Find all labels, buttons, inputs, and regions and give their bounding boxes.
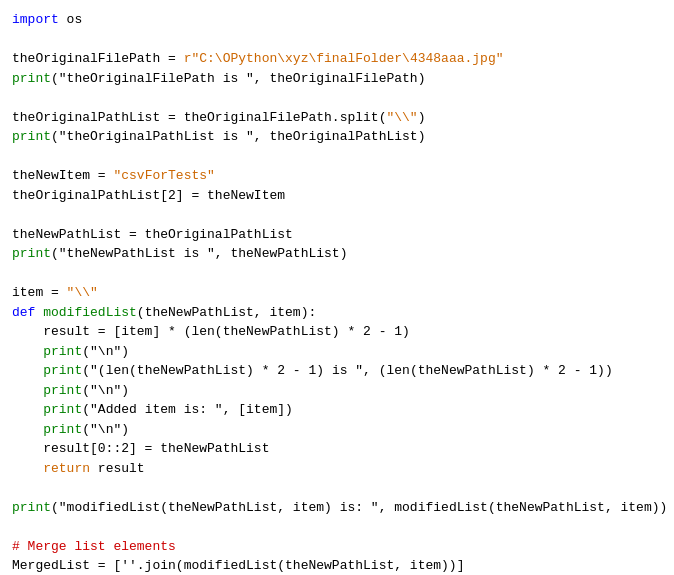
code-line: theNewPathList = theOriginalPathList <box>12 225 662 245</box>
code-line <box>12 264 662 284</box>
code-token <box>12 344 43 359</box>
code-token: item = <box>12 285 67 300</box>
code-token: theNewPathList = theOriginalPathList <box>12 227 293 242</box>
code-token: "csvForTests" <box>113 168 214 183</box>
code-token: ("\n") <box>82 344 129 359</box>
code-editor: import os theOriginalFilePath = r"C:\OPy… <box>0 0 674 575</box>
code-line: print("theOriginalFilePath is ", theOrig… <box>12 69 662 89</box>
code-token: ("modifiedList(theNewPathList, item) is:… <box>51 500 667 515</box>
code-token: return <box>43 461 90 476</box>
code-token <box>12 422 43 437</box>
code-token: print <box>12 129 51 144</box>
code-token: ("theNewPathList is ", theNewPathList) <box>51 246 347 261</box>
code-line: print("modifiedList(theNewPathList, item… <box>12 498 662 518</box>
code-token: theOriginalFilePath = <box>12 51 184 66</box>
code-token: def <box>12 305 35 320</box>
code-line: print("\n") <box>12 420 662 440</box>
code-line: def modifiedList(theNewPathList, item): <box>12 303 662 323</box>
code-token: print <box>43 344 82 359</box>
code-token: # Merge list elements <box>12 539 176 554</box>
code-token <box>12 363 43 378</box>
code-line: theOriginalFilePath = r"C:\OPython\xyz\f… <box>12 49 662 69</box>
code-token: MergedList = [''.join(modifiedList(theNe… <box>12 558 464 573</box>
code-line: MergedList = [''.join(modifiedList(theNe… <box>12 556 662 575</box>
code-token <box>12 383 43 398</box>
code-token: theNewItem = <box>12 168 113 183</box>
code-line: print("theNewPathList is ", theNewPathLi… <box>12 244 662 264</box>
code-line: result = [item] * (len(theNewPathList) *… <box>12 322 662 342</box>
code-line: # Merge list elements <box>12 537 662 557</box>
code-token: modifiedList <box>43 305 137 320</box>
code-token: "\\" <box>67 285 98 300</box>
code-token: result = [item] * (len(theNewPathList) *… <box>12 324 410 339</box>
code-token: os <box>59 12 82 27</box>
code-line: theOriginalPathList[2] = theNewItem <box>12 186 662 206</box>
code-line <box>12 517 662 537</box>
code-token: theOriginalPathList[2] = theNewItem <box>12 188 285 203</box>
code-line <box>12 88 662 108</box>
code-token: ("\n") <box>82 422 129 437</box>
code-line <box>12 478 662 498</box>
code-token: print <box>43 402 82 417</box>
code-token: theOriginalPathList = theOriginalFilePat… <box>12 110 386 125</box>
code-line <box>12 30 662 50</box>
code-line: print("(len(theNewPathList) * 2 - 1) is … <box>12 361 662 381</box>
code-line: return result <box>12 459 662 479</box>
code-token: ) <box>418 110 426 125</box>
code-line <box>12 205 662 225</box>
code-line: item = "\\" <box>12 283 662 303</box>
code-line: print("\n") <box>12 342 662 362</box>
code-token: print <box>12 246 51 261</box>
code-line: print("theOriginalPathList is ", theOrig… <box>12 127 662 147</box>
code-token <box>12 402 43 417</box>
code-token: print <box>43 422 82 437</box>
code-line: print("\n") <box>12 381 662 401</box>
code-token: ("\n") <box>82 383 129 398</box>
code-line: print("Added item is: ", [item]) <box>12 400 662 420</box>
code-line: theNewItem = "csvForTests" <box>12 166 662 186</box>
code-token: print <box>12 71 51 86</box>
code-token: ("(len(theNewPathList) * 2 - 1) is ", (l… <box>82 363 613 378</box>
code-token: print <box>43 383 82 398</box>
code-line: result[0::2] = theNewPathList <box>12 439 662 459</box>
code-token: ("theOriginalFilePath is ", theOriginalF… <box>51 71 425 86</box>
code-token: ("theOriginalPathList is ", theOriginalP… <box>51 129 425 144</box>
code-token: result <box>90 461 145 476</box>
code-token: "\\" <box>386 110 417 125</box>
code-token: r"C:\OPython\xyz\finalFolder\4348aaa.jpg… <box>184 51 504 66</box>
code-token: result[0::2] = theNewPathList <box>12 441 269 456</box>
code-line: import os <box>12 10 662 30</box>
code-token: import <box>12 12 59 27</box>
code-token: print <box>43 363 82 378</box>
code-token: print <box>12 500 51 515</box>
code-token: (theNewPathList, item): <box>137 305 316 320</box>
code-token: ("Added item is: ", [item]) <box>82 402 293 417</box>
code-line: theOriginalPathList = theOriginalFilePat… <box>12 108 662 128</box>
code-token <box>12 461 43 476</box>
code-line <box>12 147 662 167</box>
